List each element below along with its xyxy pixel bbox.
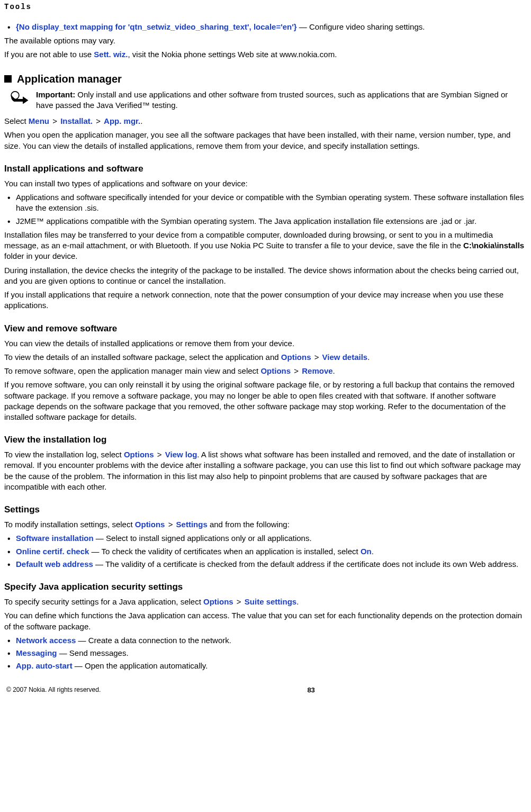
messaging-link[interactable]: Messaging (16, 648, 57, 657)
text-fragment: Installation files may be transferred to… (4, 230, 493, 250)
settings-bullets: Software installation — Select to instal… (4, 533, 527, 570)
page-header: Tools (4, 2, 527, 12)
options-link[interactable]: Options (124, 450, 154, 459)
body-text: The available options may vary. (4, 35, 527, 46)
body-text: You can define which functions the Java … (4, 610, 527, 632)
body-text: You can view the details of installed ap… (4, 338, 527, 349)
folder-path: C:\nokia\installs (463, 241, 524, 250)
text-fragment: To view the installation log, select (4, 450, 124, 459)
app-auto-start-link[interactable]: App. auto-start (16, 661, 73, 670)
suite-settings-link[interactable]: Suite settings (245, 597, 296, 606)
important-text: Important: Only install and use applicat… (36, 89, 527, 111)
body-text: If you are not able to use Sett. wiz., v… (4, 49, 527, 60)
view-details-link[interactable]: View details (322, 353, 368, 362)
breadcrumb-sep: > (291, 366, 302, 375)
menu-link[interactable]: Menu (29, 116, 49, 125)
body-text: If you remove software, you can only rei… (4, 380, 527, 422)
installat-link[interactable]: Installat. (60, 116, 93, 125)
breadcrumb-sep: > (233, 597, 245, 606)
subheading: Settings (4, 504, 527, 516)
text-fragment: . (296, 597, 299, 606)
settings-link[interactable]: Settings (176, 520, 208, 529)
body-text: To remove software, open the application… (4, 366, 527, 376)
body-text: During installation, the device checks t… (4, 265, 527, 287)
list-item: J2ME™ applications compatible with the S… (4, 216, 527, 227)
setwiz-link[interactable]: Sett. wiz. (94, 50, 128, 59)
important-label: Important: (36, 90, 77, 99)
body-text: To view the installation log, select Opt… (4, 449, 527, 492)
text-fragment: To remove software, open the application… (4, 366, 260, 375)
square-bullet-icon (4, 75, 12, 83)
subheading: View the installation log (4, 434, 527, 446)
svg-rect-2 (14, 99, 23, 102)
body-text: To modify installation settings, select … (4, 519, 527, 530)
breadcrumb-sep: > (154, 450, 165, 459)
bullet-rest: — Configure video sharing settings. (297, 22, 425, 31)
important-arrow-icon (11, 91, 29, 104)
body-text: Installation files may be transferred to… (4, 230, 527, 262)
bullet-rest: — Create a data connection to the networ… (76, 636, 231, 645)
bullet-rest: — To check the validity of certificates … (89, 547, 360, 556)
text-fragment: . (140, 116, 142, 125)
breadcrumb-sep: > (165, 520, 176, 529)
text-fragment: To specify security settings for a Java … (4, 597, 203, 606)
on-link[interactable]: On (361, 547, 372, 556)
java-bullets: Network access — Create a data connectio… (4, 635, 527, 672)
breadcrumb-sep: > (93, 116, 104, 125)
list-item: App. auto-start — Open the application a… (4, 661, 527, 671)
body-text: To view the details of an installed soft… (4, 352, 527, 363)
svg-marker-1 (23, 96, 28, 104)
online-certif-check-link[interactable]: Online certif. check (16, 547, 89, 556)
list-item: Online certif. check — To check the vali… (4, 546, 527, 557)
section-heading: Application manager (17, 72, 122, 86)
options-link[interactable]: Options (281, 353, 311, 362)
bullet-rest: — Select to install signed applications … (94, 534, 312, 543)
subheading: Specify Java application security settin… (4, 581, 527, 593)
text-fragment: Select (4, 116, 29, 125)
list-item: Applications and software specifically i… (4, 192, 527, 214)
video-sharing-link[interactable]: {No display_text mapping for 'qtn_setwiz… (16, 22, 297, 31)
list-item: {No display_text mapping for 'qtn_setwiz… (4, 22, 527, 32)
text-fragment: To modify installation settings, select (4, 520, 135, 529)
text-fragment: . (367, 353, 370, 362)
body-text: If you install applications that require… (4, 290, 527, 311)
appmgr-link[interactable]: App. mgr. (104, 116, 140, 125)
important-body: Only install and use applications and ot… (36, 90, 508, 110)
list-item: Default web address — The validity of a … (4, 559, 527, 570)
bullet-rest: — The validity of a certificate is check… (93, 560, 518, 569)
install-bullets: Applications and software specifically i… (4, 192, 527, 227)
page-number: 83 (307, 685, 314, 695)
body-text: When you open the application manager, y… (4, 130, 527, 151)
list-item: Network access — Create a data connectio… (4, 635, 527, 646)
body-text: You can install two types of application… (4, 178, 527, 189)
subheading: Install applications and software (4, 163, 527, 175)
default-web-address-link[interactable]: Default web address (16, 560, 93, 569)
body-text: To specify security settings for a Java … (4, 597, 527, 607)
select-path: Select Menu > Installat. > App. mgr.. (4, 116, 527, 127)
network-access-link[interactable]: Network access (16, 636, 76, 645)
options-link[interactable]: Options (135, 520, 165, 529)
bullet-rest: — Open the application automatically. (73, 661, 208, 670)
important-note: Important: Only install and use applicat… (11, 89, 527, 111)
list-item: Messaging — Send messages. (4, 648, 527, 658)
bullet-rest: — Send messages. (57, 648, 129, 657)
copyright-text: © 2007 Nokia. All rights reserved. (6, 685, 101, 695)
text-fragment: . (333, 366, 335, 375)
remove-link[interactable]: Remove (302, 366, 332, 375)
view-log-link[interactable]: View log (165, 450, 197, 459)
options-link[interactable]: Options (203, 597, 233, 606)
page-footer: © 2007 Nokia. All rights reserved. 83 x (4, 682, 527, 697)
text-fragment: and from the following: (208, 520, 290, 529)
list-item: Software installation — Select to instal… (4, 533, 527, 544)
options-link[interactable]: Options (260, 366, 291, 375)
text-fragment: , visit the Nokia phone settings Web sit… (128, 50, 337, 59)
app-manager-section: Application manager (4, 72, 527, 86)
text-fragment: folder in your device. (4, 251, 77, 260)
subheading: View and remove software (4, 323, 527, 335)
intro-bullets: {No display_text mapping for 'qtn_setwiz… (4, 22, 527, 32)
breadcrumb-sep: > (311, 353, 322, 362)
text-fragment: If you are not able to use (4, 50, 94, 59)
software-installation-link[interactable]: Software installation (16, 534, 94, 543)
bullet-rest: . (372, 547, 374, 556)
breadcrumb-sep: > (49, 116, 60, 125)
